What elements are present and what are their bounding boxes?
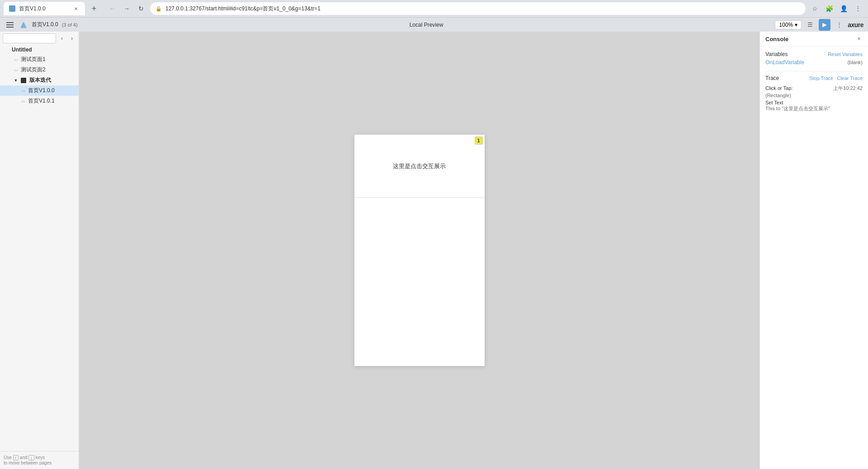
console-body: Variables Reset Variables OnLoadVariable…: [760, 47, 868, 469]
canvas-frame: 1 这里是点击交互展示: [354, 135, 485, 366]
footer-and-text: and: [20, 455, 28, 460]
canvas-lower-section: [354, 198, 485, 366]
nav-prev-button[interactable]: ‹: [58, 34, 66, 42]
page2-icon: ▭: [13, 67, 19, 73]
browser-tab[interactable]: 首页V1.0.0 ✕: [4, 2, 85, 15]
bookmark-button[interactable]: ☆: [808, 2, 821, 15]
tab-close-button[interactable]: ✕: [72, 5, 80, 12]
sidebar-item-label-page1: 测试页面1: [21, 56, 46, 63]
console-onload-row: OnLoadVariable (blank): [765, 59, 863, 66]
sidebar-item-label-v100: 首页V1.0.0: [28, 87, 55, 94]
stop-trace-link[interactable]: Stop Trace: [809, 75, 833, 81]
sidebar-item-untitled: Untitled: [0, 45, 79, 54]
main-area: ‹ › Untitled ▭ 测试页面1 ▭ 测试页面2: [0, 32, 868, 469]
local-preview-label: Local Preview: [80, 22, 773, 28]
event-title: Click or Tap:: [765, 85, 793, 91]
back-button[interactable]: ←: [106, 2, 118, 15]
browser-toolbar2: 首页V1.0.0 (3 of 4) Local Preview 100% ▾ ☰…: [0, 17, 868, 32]
reset-variables-link[interactable]: Reset Variables: [828, 52, 863, 57]
sidebar-item-page1[interactable]: ▭ 测试页面1: [0, 54, 79, 65]
search-input[interactable]: [3, 33, 56, 43]
action-detail: This to "这里是点击交互展示": [765, 105, 863, 112]
console-panel: Console × Variables Reset Variables OnLo…: [760, 32, 868, 469]
svg-rect-2: [6, 27, 14, 28]
nav-next-button[interactable]: ›: [68, 34, 76, 42]
zoom-dropdown-icon: ▾: [795, 22, 797, 28]
sidebar-search: [3, 33, 56, 43]
page-title-bar: 首页V1.0.0 (3 of 4): [32, 21, 78, 28]
untitled-icon: [4, 47, 10, 53]
event-time: 上午10:22:42: [833, 85, 863, 92]
down-key-icon: ↓: [28, 455, 34, 460]
canvas-interactive-text: 这里是点击交互展示: [393, 162, 446, 170]
sidebar-footer: Use ↑ and ↓ keys to move between pages: [0, 451, 79, 469]
trace-label: Trace: [765, 75, 779, 81]
action-title: Set Text: [765, 100, 863, 105]
page-count: (3 of 4): [62, 22, 78, 28]
folder-icon: [21, 78, 26, 83]
console-variables-section: Variables Reset Variables OnLoadVariable…: [765, 51, 863, 66]
sidebar-tree: Untitled ▭ 测试页面1 ▭ 测试页面2 ▼ 版本迭代: [0, 45, 79, 451]
tab-favicon-icon: [9, 5, 15, 12]
up-key-icon: ↑: [13, 455, 19, 460]
address-bar[interactable]: 🔒 127.0.0.1:32767/start.html#id=c91ltc&p…: [150, 2, 806, 15]
profile-button[interactable]: 👤: [837, 2, 850, 15]
sidebar-item-v100[interactable]: ▭ 首页V1.0.0: [0, 85, 79, 96]
group-toggle-icon: ▼: [13, 77, 19, 84]
zoom-level: 100%: [779, 22, 793, 28]
onload-variable-link[interactable]: OnLoadVariable: [765, 59, 804, 66]
variables-label: Variables: [765, 51, 788, 57]
axure-logo: axure: [848, 21, 863, 28]
console-divider1: [765, 71, 863, 71]
toolbar-right: 100% ▾ ☰ ▶ ⋮ axure: [775, 19, 863, 31]
axure-icon: [18, 19, 29, 30]
extensions-button[interactable]: 🧩: [823, 2, 835, 15]
console-event-block: Click or Tap: 上午10:22:42 (Rectangle) Set…: [765, 85, 863, 112]
sidebar-item-page2[interactable]: ▭ 测试页面2: [0, 65, 79, 75]
clear-trace-link[interactable]: Clear Trace: [837, 75, 863, 81]
menu-button[interactable]: ⋮: [852, 2, 864, 15]
lock-icon: 🔒: [156, 6, 162, 12]
v101-icon: ▭: [20, 98, 26, 104]
new-tab-button[interactable]: +: [88, 2, 100, 15]
reload-button[interactable]: ↻: [135, 2, 147, 15]
console-variables-row: Variables Reset Variables: [765, 51, 863, 57]
browser-chrome: 首页V1.0.0 ✕ + ← → ↻ 🔒 127.0.0.1:32767/sta…: [0, 0, 868, 17]
browser-controls: ← → ↻: [106, 2, 147, 15]
svg-rect-1: [6, 24, 14, 25]
zoom-control[interactable]: 100% ▾: [775, 20, 802, 29]
svg-marker-3: [20, 22, 27, 28]
event-target: (Rectangle): [765, 93, 863, 98]
sidebar-section-label: Untitled: [12, 47, 32, 53]
sidebar: ‹ › Untitled ▭ 测试页面1 ▭ 测试页面2: [0, 32, 79, 469]
preview-button[interactable]: ▶: [819, 19, 830, 31]
sidebar-top: ‹ ›: [0, 32, 79, 45]
forward-button[interactable]: →: [120, 2, 133, 15]
sidebar-item-group[interactable]: ▼ 版本迭代: [0, 75, 79, 85]
footer-line2: to move between pages: [4, 460, 75, 465]
console-trace-section: Trace Stop Trace Clear Trace Click or Ta…: [765, 75, 863, 112]
canvas-badge: 1: [475, 136, 483, 145]
v100-icon: ▭: [20, 88, 26, 94]
more-options-button[interactable]: ⋮: [833, 19, 845, 31]
list-view-button[interactable]: ☰: [804, 19, 816, 31]
console-trace-row: Trace Stop Trace Clear Trace: [765, 75, 863, 81]
footer-keys-text: keys: [36, 455, 45, 460]
console-close-button[interactable]: ×: [855, 35, 863, 42]
address-text: 127.0.0.1:32767/start.html#id=c91ltc&p=首…: [165, 5, 321, 13]
onload-value: (blank): [847, 60, 863, 65]
console-title: Console: [765, 36, 788, 42]
footer-use-text: Use: [4, 455, 13, 460]
page-title: 首页V1.0.0: [32, 21, 58, 28]
event-header: Click or Tap: 上午10:22:42: [765, 85, 863, 92]
trace-actions: Stop Trace Clear Trace: [809, 75, 863, 81]
sidebar-item-label-v101: 首页V1.0.1: [28, 97, 55, 105]
svg-rect-0: [6, 22, 14, 23]
sidebar-item-label-group: 版本迭代: [29, 76, 51, 84]
console-header: Console ×: [760, 32, 868, 47]
sidebar-toggle-button[interactable]: [5, 19, 15, 30]
page1-icon: ▭: [13, 56, 19, 63]
sidebar-item-v101[interactable]: ▭ 首页V1.0.1: [0, 96, 79, 106]
canvas-upper-section[interactable]: 1 这里是点击交互展示: [354, 135, 485, 198]
sidebar-item-label-page2: 测试页面2: [21, 66, 46, 74]
